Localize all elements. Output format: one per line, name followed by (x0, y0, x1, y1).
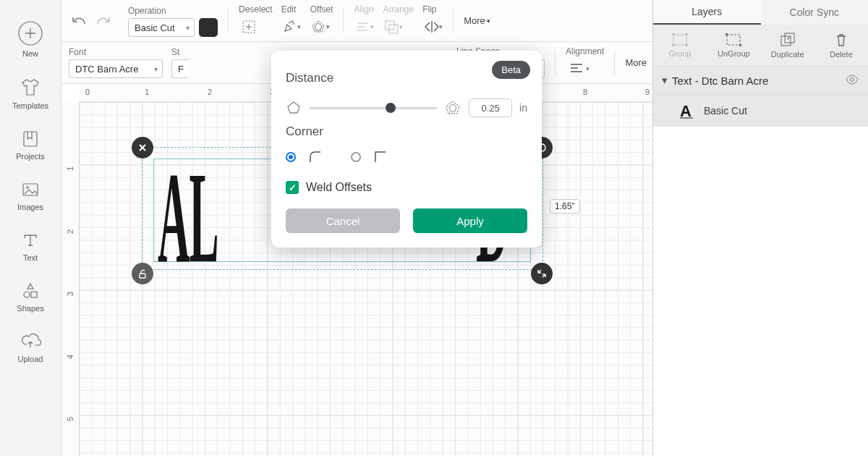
svg-marker-8 (315, 23, 322, 30)
sidebar-label: Shapes (17, 304, 43, 313)
svg-rect-9 (386, 21, 394, 30)
sidebar-item-new[interactable]: New (17, 20, 43, 58)
distance-label: Distance (286, 71, 527, 85)
corner-round-radio[interactable] (286, 152, 296, 162)
label: Arrange (383, 4, 414, 14)
operation-select[interactable]: Basic Cut (128, 18, 195, 37)
sidebar-item-text[interactable]: Text (20, 230, 41, 262)
resize-handle[interactable] (531, 263, 553, 284)
group-icon (671, 33, 689, 47)
edit-button[interactable]: ▾ (281, 17, 302, 37)
sidebar-item-templates[interactable]: Templates (12, 77, 48, 110)
deselect-group: Deselect (239, 4, 273, 37)
sidebar-label: Text (23, 253, 38, 262)
apply-button[interactable]: Apply (413, 208, 527, 233)
sidebar-label: Templates (12, 101, 48, 110)
align-button[interactable]: ▾ (354, 17, 374, 37)
deselect-button[interactable] (239, 17, 259, 37)
label: Font (69, 47, 163, 57)
undo-button[interactable] (69, 11, 89, 31)
cancel-button[interactable]: Cancel (286, 208, 400, 233)
font-select[interactable]: DTC Barn Acre (69, 59, 163, 78)
group-button[interactable]: Group (653, 25, 707, 66)
distance-slider[interactable] (309, 107, 437, 109)
beta-badge: Beta (492, 61, 530, 79)
distance-input[interactable] (469, 98, 512, 117)
corner-label: Corner (286, 124, 527, 139)
sidebar-item-upload[interactable]: Upload (18, 332, 43, 363)
corner-square-radio[interactable] (351, 152, 361, 162)
more-text-button[interactable]: More (625, 57, 647, 68)
svg-rect-17 (686, 33, 688, 35)
tab-colorsync[interactable]: Color Sync (761, 0, 869, 25)
right-panel: Layers Color Sync Group UnGroup Duplicat… (652, 0, 868, 456)
image-icon (20, 180, 41, 200)
arrange-group: Arrange ▾ (383, 4, 414, 37)
svg-rect-19 (686, 44, 688, 46)
layer-operation: Basic Cut (704, 105, 747, 117)
bookmark-icon (20, 129, 41, 149)
more-button[interactable]: More▾ (464, 15, 490, 26)
svg-rect-15 (673, 35, 686, 45)
shapes-icon (20, 281, 41, 301)
duplicate-button[interactable]: Duplicate (761, 25, 814, 66)
divider (228, 9, 229, 33)
tab-layers[interactable]: Layers (653, 0, 761, 25)
pentagon-small-icon (286, 100, 302, 116)
visibility-toggle[interactable] (845, 75, 859, 87)
svg-rect-1 (24, 132, 37, 146)
svg-rect-5 (31, 292, 37, 297)
svg-rect-18 (672, 44, 674, 46)
offset-button[interactable]: ▾ (310, 17, 331, 37)
sidebar-item-shapes[interactable]: Shapes (17, 281, 43, 313)
ungroup-button[interactable]: UnGroup (707, 25, 760, 66)
weld-checkbox[interactable]: ✓ (286, 181, 299, 194)
flip-button[interactable]: ▾ (422, 17, 443, 37)
operation-label: Operation (128, 6, 218, 16)
svg-text:A: A (680, 102, 692, 119)
layer-title: Text - Dtc Barn Acre (672, 75, 768, 87)
label: Align (354, 4, 374, 14)
redo-button[interactable] (93, 11, 114, 31)
sidebar-label: New (22, 49, 38, 58)
dimension-label: 1.65" (550, 199, 580, 214)
svg-marker-14 (449, 104, 456, 111)
corner-square-icon (373, 149, 388, 165)
delete-handle[interactable] (132, 137, 153, 159)
offset-dialog: Beta Distance in Corner ✓ Weld Offsets (271, 51, 542, 248)
weld-label: Weld Offsets (306, 181, 372, 194)
lock-handle[interactable] (132, 263, 153, 284)
svg-rect-10 (389, 25, 398, 33)
top-toolbar: Operation Basic Cut Deselect Edit ▾ Offs… (61, 0, 652, 42)
operation-color-swatch[interactable] (199, 18, 218, 37)
alignment-button[interactable]: ▾ (566, 59, 592, 79)
flip-group: Flip ▾ (422, 4, 443, 37)
style-select[interactable]: F (171, 59, 189, 78)
label: Offset (310, 4, 333, 14)
sidebar-item-images[interactable]: Images (17, 180, 43, 211)
sidebar-label: Projects (16, 152, 45, 161)
upload-cloud-icon (20, 332, 41, 352)
svg-rect-16 (672, 33, 674, 35)
layer-item[interactable]: A Basic Cut (653, 95, 868, 127)
sidebar-label: Images (17, 203, 43, 211)
svg-rect-22 (739, 44, 741, 46)
sidebar-item-projects[interactable]: Projects (16, 129, 45, 161)
label: Edit (281, 4, 302, 14)
text-layer-icon: A (678, 102, 695, 119)
delete-button[interactable]: Delete (814, 25, 868, 66)
offset-group: Offset ▾ (310, 4, 333, 37)
tshirt-icon (20, 77, 41, 98)
left-sidebar: New Templates Projects Images Text Shape… (0, 0, 61, 456)
divider (453, 9, 454, 33)
svg-point-25 (851, 77, 854, 81)
svg-point-3 (26, 187, 28, 189)
ungroup-icon (725, 33, 742, 47)
ruler-vertical: 1 2 3 4 5 6 (61, 102, 80, 456)
label: Deselect (239, 4, 273, 14)
svg-point-4 (24, 292, 30, 297)
corner-round-icon (307, 149, 323, 165)
layer-group-header[interactable]: ▾ Text - Dtc Barn Acre (653, 67, 868, 95)
canvas-text-left[interactable]: AL (158, 143, 218, 292)
arrange-button[interactable]: ▾ (383, 17, 403, 37)
